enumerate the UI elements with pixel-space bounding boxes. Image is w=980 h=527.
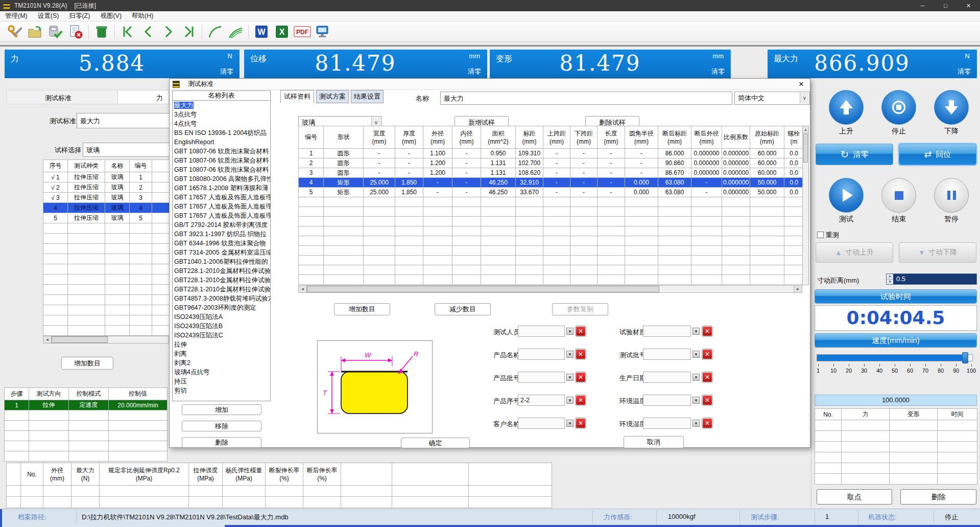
list-delete-button[interactable]: 删除	[182, 437, 261, 448]
chevron-down-icon[interactable]: ∨	[800, 93, 809, 104]
delete-point-button[interactable]: 删除	[900, 489, 976, 505]
form-field[interactable]	[643, 372, 691, 383]
form-field[interactable]	[643, 418, 691, 429]
spin-down-icon[interactable]: ▼	[887, 279, 893, 285]
nav-prev-icon[interactable]	[138, 23, 158, 40]
standard-list-item[interactable]: GBT 3923.1-1997 纺织品 织物拉	[173, 230, 270, 239]
trash-icon[interactable]	[91, 23, 112, 40]
test-pause-button[interactable]	[934, 178, 969, 213]
inch-distance-value[interactable]: 0.5	[893, 274, 976, 284]
standard-list-item[interactable]: GBT1040.1-2006塑料拉伸性能的	[173, 257, 270, 266]
menu-item[interactable]: 管理(M)	[0, 12, 33, 20]
minimize-button[interactable]: ─	[911, 0, 934, 11]
standard-list-item[interactable]: GBT 10807-06 软质泡沫聚合材料	[173, 156, 270, 165]
tab-test-standard[interactable]: 测试标准	[45, 94, 71, 103]
standard-list-item[interactable]: GBT9647-2003环刚度的测定	[173, 303, 270, 312]
monitor-icon[interactable]	[313, 23, 333, 40]
clear-field-icon[interactable]: ✕	[702, 349, 713, 360]
standard-list-item[interactable]: EnglishReport	[173, 138, 270, 147]
test-end-button[interactable]	[881, 178, 916, 213]
spinner-arrows[interactable]: ▲ ▼	[887, 274, 893, 284]
standard-list-item[interactable]: 4点抗弯	[173, 119, 270, 128]
standard-list-item[interactable]: GBT 17657 人造板及饰面人造板理	[173, 211, 270, 220]
table-row[interactable]: 5矩形25.0001.850--46.25033.670---0.00063.0…	[299, 188, 804, 197]
dropdown-icon[interactable]: ▼	[692, 351, 700, 358]
pdf-export-icon[interactable]: PDF	[292, 23, 313, 40]
standard-list-item[interactable]: GBT 108080-2006 高聚物多孔弹性	[173, 174, 270, 184]
cancel-button[interactable]: 取消	[624, 436, 684, 448]
zero-button[interactable]: ↻清零	[816, 144, 893, 165]
home-button[interactable]: ⇄回位	[899, 144, 976, 165]
excel-export-icon[interactable]: X	[272, 23, 292, 40]
multi-curve-icon[interactable]	[225, 23, 246, 40]
form-field[interactable]	[643, 395, 691, 406]
speed-slider-track[interactable]	[817, 354, 973, 361]
table-row[interactable]: 3圆形--1.200-1.131108.620----86.6700.00000…	[299, 168, 804, 178]
menu-item[interactable]: 归零(Z)	[64, 12, 95, 20]
retest-checkbox[interactable]: 重测	[817, 231, 839, 240]
menu-item[interactable]: 视图(V)	[95, 12, 127, 20]
tab-test-plan[interactable]: 测试方案	[316, 90, 349, 103]
standard-list-item[interactable]: GBT 10807-06 软质泡沫聚合材料	[173, 147, 270, 156]
clear-field-icon[interactable]: ✕	[702, 326, 713, 337]
ok-button[interactable]: 确定	[401, 438, 470, 448]
open-report-icon[interactable]	[25, 23, 45, 40]
dropdown-icon[interactable]: ▼	[692, 397, 700, 404]
tools-icon[interactable]	[4, 23, 25, 40]
clear-field-icon[interactable]: ✕	[702, 418, 713, 429]
standard-list-item[interactable]: 3点抗弯	[173, 110, 270, 119]
curve-icon[interactable]	[205, 23, 225, 40]
delete-report-icon[interactable]	[65, 23, 86, 40]
device-verify-icon[interactable]	[45, 23, 65, 40]
tab-result-settings[interactable]: 结果设置	[351, 90, 384, 103]
test-start-button[interactable]	[829, 178, 864, 213]
gauge-clear-button[interactable]: 清零	[711, 67, 725, 76]
inch-down-button[interactable]: ▼寸动下降	[899, 242, 976, 263]
inch-distance-spinner[interactable]: ▲ ▼ 0.5	[886, 273, 977, 285]
standard-input[interactable]: 最大力	[77, 113, 176, 128]
dropdown-icon[interactable]: ▼	[692, 328, 700, 335]
menu-item[interactable]: 帮助(H)	[127, 12, 158, 20]
maximize-button[interactable]: □	[934, 0, 957, 11]
dropdown-icon[interactable]: ▼	[692, 420, 700, 427]
clear-field-icon[interactable]: ✕	[702, 395, 713, 406]
standard-list-item[interactable]: 最大力	[173, 101, 270, 110]
standard-list-item[interactable]: GBT 17657 人造板及饰面人造板理	[173, 193, 270, 202]
spin-up-icon[interactable]: ▲	[887, 274, 893, 279]
standard-list-item[interactable]: GBT228.1-2010金属材料拉伸试验	[173, 285, 270, 294]
standard-list-item[interactable]: 剪切	[173, 386, 270, 395]
menu-item[interactable]: 设置(S)	[33, 12, 64, 20]
standard-list-item[interactable]: 拉伸	[173, 340, 270, 349]
nav-next-icon[interactable]	[158, 23, 179, 40]
table-row[interactable]: 4矩形25.0001.850--46.25032.910---0.00063.0…	[299, 178, 804, 188]
scroll-thumb[interactable]	[803, 134, 808, 163]
standard-list-item[interactable]: GBT 10807-06 软质泡沫聚合材料	[173, 165, 270, 174]
standard-list-item[interactable]: GB/T 2792-2014 胶粘带剥离强度	[173, 220, 270, 230]
tab-specimen-data[interactable]: 试样资料	[280, 90, 314, 103]
gauge-clear-button[interactable]: 清零	[468, 67, 481, 76]
scroll-thumb[interactable]	[52, 336, 108, 343]
standard-list-item[interactable]: GBT228.1-2010金属材料拉伸试验	[173, 266, 270, 276]
nav-last-icon[interactable]	[179, 23, 199, 40]
close-button[interactable]: ✕	[957, 0, 980, 11]
decrease-count-button[interactable]: 减少数目	[435, 303, 491, 315]
form-field[interactable]	[643, 349, 691, 360]
standard-list-item[interactable]: ISO2439压陷法A	[173, 312, 270, 322]
scroll-thumb[interactable]	[307, 286, 659, 292]
standard-list-item[interactable]: GBT228.1-2010金属材料拉伸试验	[173, 276, 270, 285]
move-down-button[interactable]	[934, 90, 969, 125]
increase-count-button[interactable]: 增加数目	[334, 303, 390, 315]
word-export-icon[interactable]: W	[251, 23, 272, 40]
standard-list-item[interactable]: GBT 16578.1-2008 塑料薄膜和薄	[173, 184, 270, 193]
scroll-left-icon[interactable]: ◂	[299, 286, 307, 292]
table-row[interactable]: 1圆形--1.100-0.950109.310----86.0000.00000…	[299, 149, 804, 158]
scroll-left-icon[interactable]: ◂	[43, 336, 52, 343]
scroll-up-icon[interactable]: ▴	[803, 126, 808, 133]
standard-list-item[interactable]: GBT4857.3-2008静载荷堆码试验方	[173, 294, 270, 303]
specimen-table-vscrollbar[interactable]: ▴	[802, 126, 809, 285]
sample-table-hscrollbar[interactable]: ◂	[43, 336, 169, 343]
sample-select-input[interactable]: 玻璃	[83, 143, 176, 157]
dropdown-icon[interactable]: ▼	[692, 374, 700, 381]
checkbox-icon[interactable]	[817, 232, 824, 238]
add-count-button[interactable]: 增加数目	[61, 357, 113, 370]
